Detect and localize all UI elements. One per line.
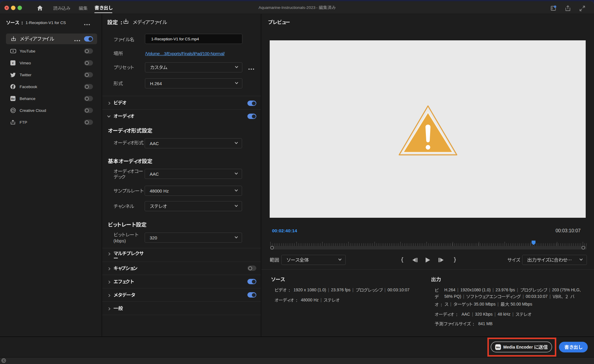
svg-text:Be: Be [11,97,15,100]
svg-text:v: v [12,61,14,65]
